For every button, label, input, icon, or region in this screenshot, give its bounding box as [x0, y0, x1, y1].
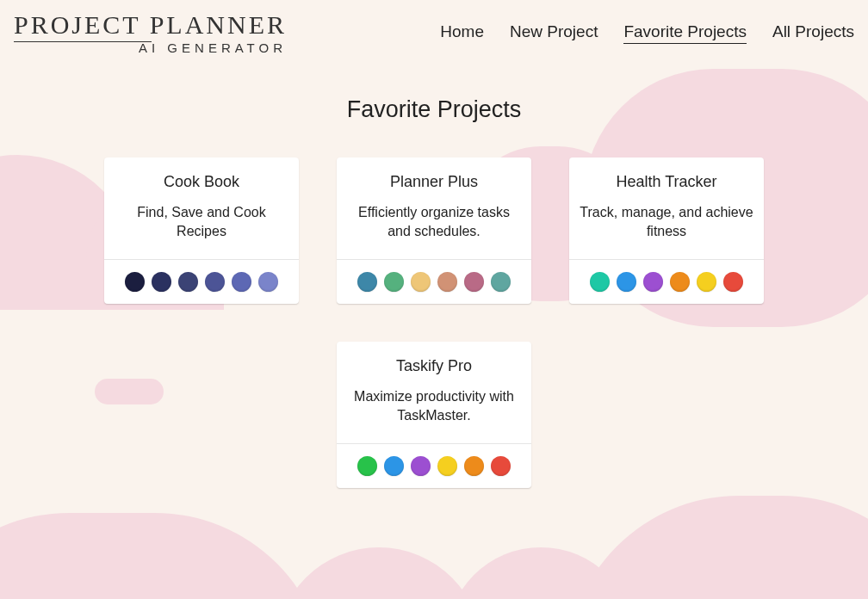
- color-swatch: [697, 272, 716, 292]
- project-card-health-tracker[interactable]: Health TrackerTrack, manage, and achieve…: [569, 157, 764, 304]
- logo-title: PROJECT PLANNER: [14, 10, 287, 40]
- color-swatch: [464, 272, 484, 292]
- color-swatch: [152, 272, 171, 292]
- color-swatch: [411, 456, 431, 476]
- card-description: Track, manage, and achieve fitness: [580, 203, 753, 240]
- color-palette: [337, 443, 531, 488]
- color-swatch: [590, 272, 610, 292]
- main-nav: HomeNew ProjectFavorite ProjectsAll Proj…: [440, 22, 854, 44]
- logo-subtitle: AI GENERATOR: [14, 40, 287, 55]
- color-palette: [104, 259, 299, 304]
- color-swatch: [437, 456, 457, 476]
- color-swatch: [357, 456, 377, 476]
- cloud-decoration: [0, 513, 327, 599]
- color-swatch: [178, 272, 198, 292]
- card-body: Planner PlusEfficiently organize tasks a…: [337, 157, 531, 259]
- project-grid: Cook BookFind, Save and Cook RecipesPlan…: [0, 157, 868, 488]
- card-description: Find, Save and Cook Recipes: [115, 203, 288, 240]
- color-swatch: [464, 456, 484, 476]
- logo[interactable]: PROJECT PLANNER AI GENERATOR: [14, 10, 287, 55]
- card-title: Cook Book: [115, 173, 288, 191]
- app-header: PROJECT PLANNER AI GENERATOR HomeNew Pro…: [0, 0, 868, 65]
- color-swatch: [643, 272, 663, 292]
- page-title: Favorite Projects: [0, 96, 868, 123]
- card-body: Cook BookFind, Save and Cook Recipes: [104, 157, 299, 259]
- card-body: Health TrackerTrack, manage, and achieve…: [569, 157, 764, 259]
- nav-link-home[interactable]: Home: [440, 22, 484, 44]
- project-card-taskify-pro[interactable]: Taskify ProMaximize productivity with Ta…: [337, 342, 531, 488]
- color-swatch: [357, 272, 377, 292]
- color-swatch: [670, 272, 690, 292]
- color-swatch: [232, 272, 251, 292]
- color-swatch: [258, 272, 278, 292]
- cloud-decoration: [567, 496, 868, 599]
- color-swatch: [491, 272, 511, 292]
- color-swatch: [384, 456, 404, 476]
- color-swatch: [437, 272, 457, 292]
- color-swatch: [125, 272, 145, 292]
- color-swatch: [205, 272, 225, 292]
- color-swatch: [491, 456, 511, 476]
- nav-link-new-project[interactable]: New Project: [510, 22, 598, 44]
- color-swatch: [617, 272, 636, 292]
- color-palette: [569, 259, 764, 304]
- card-title: Planner Plus: [347, 173, 521, 191]
- nav-link-favorite-projects[interactable]: Favorite Projects: [623, 22, 747, 44]
- project-card-cook-book[interactable]: Cook BookFind, Save and Cook Recipes: [104, 157, 299, 304]
- color-swatch: [411, 272, 431, 292]
- card-body: Taskify ProMaximize productivity with Ta…: [337, 342, 531, 443]
- card-description: Efficiently organize tasks and schedules…: [347, 203, 521, 240]
- color-swatch: [723, 272, 743, 292]
- card-description: Maximize productivity with TaskMaster.: [347, 387, 521, 424]
- color-swatch: [384, 272, 404, 292]
- card-title: Taskify Pro: [347, 357, 521, 375]
- nav-link-all-projects[interactable]: All Projects: [772, 22, 854, 44]
- card-title: Health Tracker: [580, 173, 753, 191]
- project-card-planner-plus[interactable]: Planner PlusEfficiently organize tasks a…: [337, 157, 531, 304]
- color-palette: [337, 259, 531, 304]
